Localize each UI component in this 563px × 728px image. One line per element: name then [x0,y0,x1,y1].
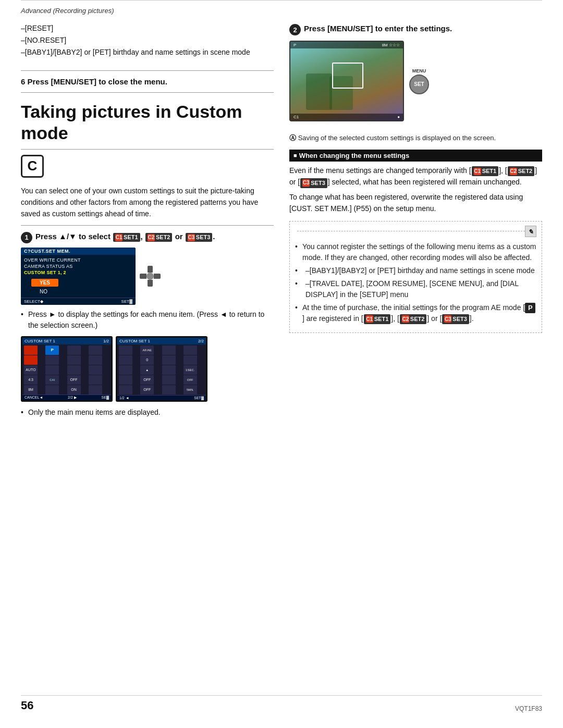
cust-screen-container: C?CUST.SET MEM. OVER WRITE CURRENT CAMER… [21,248,274,305]
step6-heading: 6 Press [MENU/SET] to close the menu. [21,76,274,87]
cs2-page: 2/2 [198,339,204,343]
cs1-cell-9: AUTO [24,365,38,375]
when-changing-para1: Even if the menu settings are changed te… [289,165,542,189]
cs2-grid: AF/AE 0 ▲ 1SEC. OFF [117,344,206,396]
cs1-page: 1/2 [103,339,109,343]
cs1-footer: CANCEL◄ 2/2 ▶ SE▓ [22,394,111,400]
step1-bullets-2: Only the main menu items are displayed. [21,407,274,418]
cs2-cell-6: 0 [140,355,154,365]
custom-set-inner-1: CUSTOM SET 1 1/2 P AUTO [22,338,111,400]
left-top-items: –[RESET] –[NO.RESET] –[BABY1]/[BABY2] or… [21,18,274,65]
dpad-center [146,273,154,280]
custom-set-inner-2: CUSTOM SET 1 2/2 AF/AE 0 [117,338,206,400]
cs1-grid: P AUTO 4:3 CAI [22,344,111,396]
p-badge: P [525,303,535,313]
right-col-top: 2 Press [MENU/SET] to enter the settings… [289,23,542,333]
page-footer: 56 VQT1F83 [21,695,542,712]
custom-set-screen-2: CUSTOM SET 1 2/2 AF/AE 0 [116,336,207,402]
divider-3 [21,149,274,150]
focus-box [332,63,363,89]
cs1-cell-8 [89,355,102,365]
camera-photo: P 8M ☆☆☆ C1 ● [289,41,404,121]
dpad-left [140,274,146,279]
annotation-a-description: Saving of the selected custom settings i… [298,134,496,142]
photo-top-bar: P 8M ☆☆☆ [290,42,403,48]
cs1-cell-12 [89,365,102,375]
annotation-a-area: Ⓐ Saving of the selected custom settings… [289,133,542,143]
cust-bottom-left: SELECT◆ [24,299,43,304]
divider-1 [21,70,274,71]
cs1-cell-10 [45,365,59,375]
cs2-cell-19 [162,385,176,394]
set2-badge: C2SET2 [145,233,173,242]
photo-info: 8M ☆☆☆ [382,43,400,47]
cust-yes: YES [31,279,58,287]
step2-header: 2 Press [MENU/SET] to enter the settings… [289,23,542,35]
cs1-cell-18 [45,385,59,394]
cust-bottom-bar: SELECT◆ SET▓ [21,298,136,305]
cs1-cell-16 [89,375,102,385]
cs2-cell-13 [119,375,132,385]
page-number: 56 [21,699,33,712]
breadcrumb: Advanced (Recording pictures) [21,7,542,15]
annotation-a-text: Ⓐ Saving of the selected custom settings… [289,133,542,143]
left-item-1: –[RESET] [21,23,274,34]
custom-set-screen-1: CUSTOM SET 1 1/2 P AUTO [21,336,113,402]
step1-number: 1 [21,232,32,243]
cs1-cell-20 [89,385,102,394]
c-mode-icon: C [21,155,44,178]
cs2-cell-7 [162,355,176,365]
body-text: You can select one of your own custom se… [21,185,274,220]
annotation-a-marker: Ⓐ [289,134,296,142]
cs1-cell-5 [24,355,38,365]
left-item-2: –[NO.RESET] [21,35,274,46]
set-button: SET [409,75,429,94]
cs2-page-info: 1/2 ◄ [119,396,129,400]
c2-note-badge: C2SET2 [400,314,427,324]
left-column: –[RESET] –[NO.RESET] –[BABY1]/[BABY2] or… [21,18,274,422]
menu-label: MENU [412,68,426,73]
cs2-cell-9 [119,365,132,375]
cust-yes-no: YES NO [21,278,136,297]
step2-photo-container: P 8M ☆☆☆ C1 ● [289,41,404,121]
cs2-cell-12: 1SEC. [183,365,197,375]
cs2-set: SET▓ [194,396,204,400]
cust-title-bar: C?CUST.SET MEM. [21,248,136,255]
when-changing-heading: When changing the menu settings [289,150,542,162]
divider-2 [21,92,274,93]
cs1-header: CUSTOM SET 1 1/2 [22,338,111,344]
cust-menu-items: OVER WRITE CURRENT CAMERA STATUS AS CUST… [21,255,136,278]
note-bullet-list: You cannot register the settings of the … [295,241,536,324]
cs1-cell-14: CAI [45,375,59,385]
menu-set-area: MENU SET [409,68,429,94]
cs2-cell-16: OFF [183,375,197,385]
cs1-cell-13: 4:3 [24,375,38,385]
bullet1: Press ► to display the settings for each… [21,309,274,331]
c1-note-badge: C1SET1 [364,314,391,324]
bullet2: Only the main menu items are displayed. [21,407,274,418]
cs2-cell-18: OFF [140,385,154,394]
note-bullet-2: –[BABY1]/[BABY2] or [PET] birthday and n… [295,265,536,276]
step1-bullets: Press ► to display the settings for each… [21,309,274,331]
cs1-set: SE▓ [102,396,109,400]
dpad-right [154,274,161,279]
cs1-cell-15: OFF [67,375,81,385]
photo-bottom-right: ● [397,115,400,119]
cs1-cancel: CANCEL◄ [25,396,43,400]
cs2-title: CUSTOM SET 1 [119,339,150,343]
cs2-cell-15 [162,375,176,385]
cs2-cell-2: AF/AE [140,346,154,355]
cs1-cell-19: ON [67,385,81,394]
when-changing-body: Even if the menu settings are changed te… [289,165,542,215]
photo-bottom-left: C1 [293,115,299,119]
cs2-cell-1 [119,346,132,355]
when-changing-para2: To change what has been registered, over… [289,191,542,215]
note-content: You cannot register the settings of the … [295,241,536,324]
cs1-cell-11 [67,365,81,375]
cust-bottom-right: SET▓ [121,299,132,304]
dpad-icon [140,266,161,287]
note-bullet-1: You cannot register the settings of the … [295,241,536,263]
page-title: Taking pictures in Custom mode [21,101,274,144]
model-number: VQT1F83 [515,705,542,712]
c1-badge-inline: C1SET1 [472,166,499,177]
